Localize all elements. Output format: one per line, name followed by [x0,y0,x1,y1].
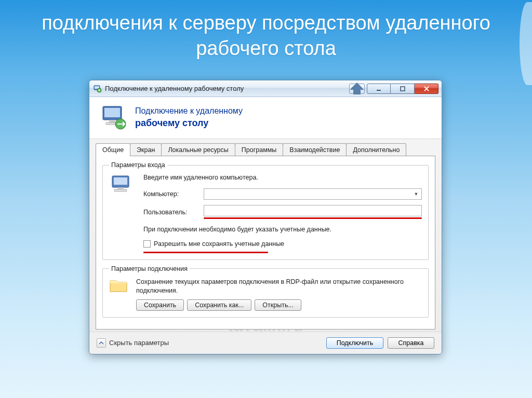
save-credentials-label: Разрешить мне сохранять учетные данные [154,240,284,248]
user-field[interactable] [204,205,422,216]
tab-programs[interactable]: Программы [235,143,284,156]
save-as-button[interactable]: Сохранить как... [187,299,251,311]
connection-legend: Параметры подключения [109,265,190,272]
window-title: Подключение к удаленному рабочему столу [105,85,349,92]
slide-title: подключения к серверу посредством удален… [0,0,532,62]
tab-display[interactable]: Экран [130,143,162,156]
rdp-dialog: Подключение к удаленному рабочему столу … [89,80,442,354]
login-instruction: Введите имя удаленного компьютера. [143,174,422,181]
connection-text: Сохранение текущих параметров подключени… [136,278,422,295]
login-legend: Параметры входа [109,161,167,169]
login-group: Параметры входа Введите имя удаленного к… [102,161,429,260]
svg-rect-6 [104,108,120,117]
hide-options-toggle[interactable]: Скрыть параметры [97,338,169,348]
svg-rect-3 [377,90,381,91]
chevron-down-icon: ▼ [412,190,420,198]
header-line-1: Подключение к удаленному [135,105,243,117]
remote-desktop-icon [100,104,128,130]
annotation-underline-2 [143,252,268,253]
tab-local-resources[interactable]: Локальные ресурсы [161,143,235,156]
dialog-header: Подключение к удаленному рабочему столу [89,97,442,139]
rdp-app-icon [94,85,102,93]
svg-rect-12 [117,187,124,189]
tab-panel-general: Параметры входа Введите имя удаленного к… [96,156,435,330]
header-line-2: рабочему столу [135,117,243,129]
annotation-underline [204,217,422,219]
tab-experience[interactable]: Взаимодействие [283,143,347,156]
save-button[interactable]: Сохранить [136,299,184,311]
svg-rect-13 [114,189,127,191]
tab-advanced[interactable]: Дополнительно [346,143,406,156]
titlebar[interactable]: Подключение к удаленному рабочему столу [89,80,442,97]
tab-strip: Общие Экран Локальные ресурсы Программы … [96,143,435,156]
svg-rect-7 [109,120,115,122]
tab-general[interactable]: Общие [96,143,130,156]
connection-group: Параметры подключения Сохранение текущих… [102,265,429,318]
svg-rect-4 [401,87,405,91]
svg-rect-11 [114,177,127,185]
dialog-footer: Скрыть параметры Подключить Справка [89,332,442,354]
folder-icon [109,278,128,293]
help-button[interactable]: Справка [388,337,434,349]
credentials-note: При подключении необходимо будет указать… [143,225,422,234]
computer-label: Компьютер: [143,190,201,198]
maximize-button[interactable] [391,84,415,94]
computer-combobox[interactable]: ▼ [204,188,422,200]
minimize-button[interactable] [367,84,391,94]
open-button[interactable]: Открыть... [255,299,301,311]
computer-icon [109,174,138,199]
close-button[interactable] [415,84,438,94]
chevron-up-icon [97,338,106,348]
connect-button[interactable]: Подключить [326,337,383,349]
save-credentials-checkbox[interactable] [143,240,151,248]
help-hint-button[interactable] [349,84,365,94]
user-label: Пользователь: [143,209,201,216]
